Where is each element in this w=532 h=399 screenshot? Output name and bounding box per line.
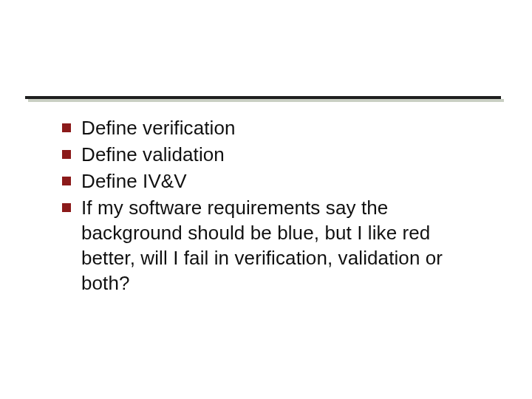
square-bullet-icon: [62, 150, 71, 159]
list-item: If my software requirements say the back…: [62, 195, 476, 296]
title-rule: [25, 96, 501, 99]
list-item-text: If my software requirements say the back…: [81, 195, 476, 296]
square-bullet-icon: [62, 123, 71, 132]
bullet-list: Define verification Define validation De…: [62, 115, 476, 297]
list-item: Define validation: [62, 142, 476, 167]
list-item: Define verification: [62, 115, 476, 140]
list-item: Define IV&V: [62, 168, 476, 194]
square-bullet-icon: [62, 177, 71, 185]
title-rule-shadow: [28, 99, 504, 102]
slide: Define verification Define validation De…: [0, 0, 532, 399]
square-bullet-icon: [62, 203, 71, 212]
list-item-text: Define validation: [81, 142, 476, 167]
list-item-text: Define IV&V: [81, 168, 476, 194]
list-item-text: Define verification: [81, 115, 476, 140]
